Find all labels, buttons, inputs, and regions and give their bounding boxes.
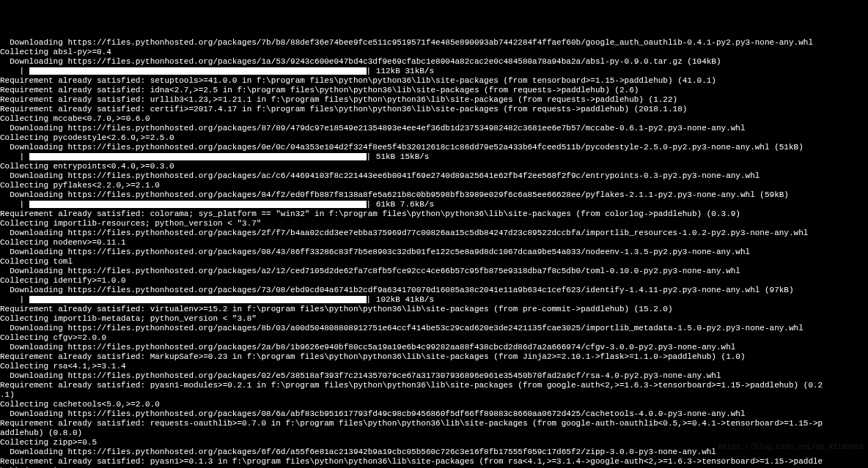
terminal-line: Collecting cachetools<5.0,>=2.0.0 (0, 400, 868, 409)
terminal-line: Collecting importlib-metadata; python_ve… (0, 314, 868, 324)
progress-speed: 51kB 15kB/s (371, 152, 429, 161)
progress-bar (29, 67, 367, 75)
terminal-line: Collecting nodeenv>=0.11.1 (0, 238, 868, 248)
terminal-line: Downloading https://files.pythonhosted.o… (0, 343, 868, 352)
terminal-line: Downloading https://files.pythonhosted.o… (0, 229, 868, 238)
terminal-line: Collecting entrypoints<0.4.0,>=0.3.0 (0, 162, 868, 171)
progress-bar (29, 153, 367, 160)
terminal-line: Requirement already satisfied: pyasn1-mo… (0, 381, 868, 390)
terminal-line: Downloading https://files.pythonhosted.o… (0, 57, 868, 67)
terminal-line: Downloading https://files.pythonhosted.o… (0, 248, 868, 257)
terminal-line: Requirement already satisfied: requests-… (0, 419, 868, 428)
terminal-line: Downloading https://files.pythonhosted.o… (0, 409, 868, 419)
progress-speed: 102kB 41kB/s (371, 295, 434, 304)
progress-speed: 61kB 7.6kB/s (371, 200, 434, 209)
terminal-line: || 102kB 41kB/s (0, 295, 868, 305)
terminal-line: Downloading https://files.pythonhosted.o… (0, 124, 868, 133)
terminal-line: Collecting importlib-resources; python_v… (0, 219, 868, 229)
terminal-line: || 51kB 15kB/s (0, 152, 868, 162)
terminal-line: addlehub) (0.8.0) (0, 428, 868, 438)
terminal-line: Collecting absl-py>=0.4 (0, 48, 868, 57)
terminal-line: || 112kB 31kB/s (0, 67, 868, 76)
terminal-line: Requirement already satisfied: pyasn1>=0… (0, 457, 868, 467)
terminal-line: Downloading https://files.pythonhosted.o… (0, 38, 868, 48)
terminal-line: Collecting cfgv>=2.0.0 (0, 333, 868, 343)
terminal-line: Downloading https://files.pythonhosted.o… (0, 267, 868, 276)
terminal-line: || 61kB 7.6kB/s (0, 200, 868, 209)
terminal-line: Downloading https://files.pythonhosted.o… (0, 143, 868, 152)
terminal-line: Requirement already satisfied: urllib3<1… (0, 95, 868, 105)
terminal-line: Collecting rsa<4.1,>=3.1.4 (0, 362, 868, 371)
terminal-line: Collecting pyflakes<2.2.0,>=2.1.0 (0, 181, 868, 190)
terminal-line: Collecting toml (0, 257, 868, 267)
terminal-line: Downloading https://files.pythonhosted.o… (0, 190, 868, 200)
terminal-line: .1) (0, 390, 868, 400)
watermark-text: https://blog.csdn.net/qq_41185868 (718, 442, 864, 452)
terminal-line: Requirement already satisfied: idna<2.7,… (0, 86, 868, 95)
terminal-line: Requirement already satisfied: setuptool… (0, 76, 868, 86)
terminal-line: Requirement already satisfied: certifi>=… (0, 105, 868, 114)
terminal-line: Requirement already satisfied: colorama;… (0, 209, 868, 219)
terminal-output: Downloading https://files.pythonhosted.o… (0, 38, 868, 468)
terminal-line: Collecting identify>=1.0.0 (0, 276, 868, 286)
terminal-line: Downloading https://files.pythonhosted.o… (0, 324, 868, 333)
terminal-line: Downloading https://files.pythonhosted.o… (0, 171, 868, 181)
progress-bar (29, 201, 367, 208)
terminal-line: Downloading https://files.pythonhosted.o… (0, 286, 868, 295)
terminal-line: Requirement already satisfied: MarkupSaf… (0, 352, 868, 362)
terminal-line: Collecting pycodestyle<2.6.0,>=2.5.0 (0, 133, 868, 143)
terminal-line: Collecting mccabe<0.7.0,>=0.6.0 (0, 114, 868, 124)
terminal-line: Downloading https://files.pythonhosted.o… (0, 371, 868, 381)
terminal-line: Requirement already satisfied: virtualen… (0, 305, 868, 314)
progress-bar (29, 296, 367, 303)
progress-speed: 112kB 31kB/s (371, 67, 434, 75)
